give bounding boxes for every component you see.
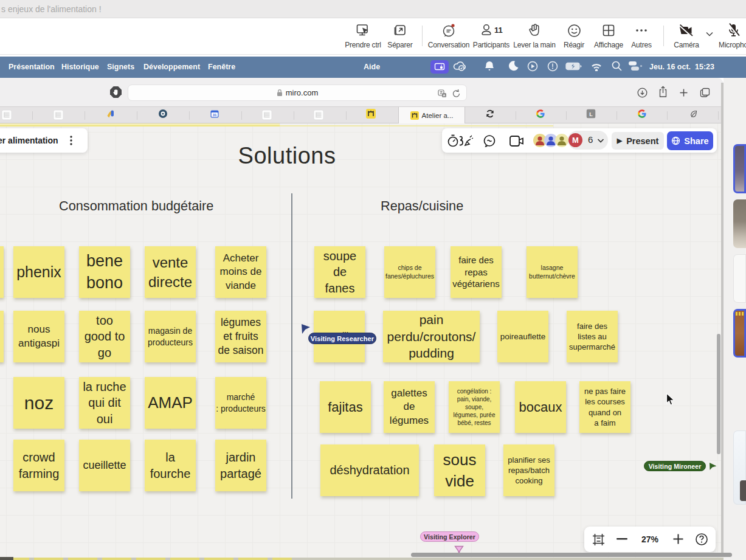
svg-text:11: 11: [494, 26, 503, 35]
svg-text:L: L: [589, 111, 593, 117]
svg-text:31: 31: [213, 113, 217, 117]
